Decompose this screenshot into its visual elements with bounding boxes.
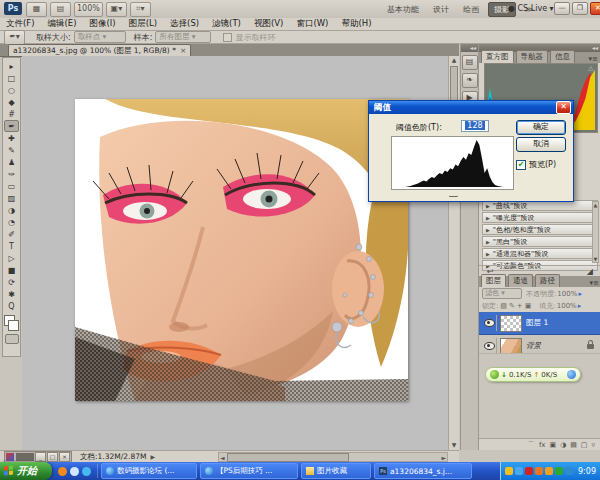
menu-item-8[interactable]: 帮助(H) — [341, 18, 371, 30]
quick-mask-button[interactable] — [5, 334, 19, 344]
visibility-eye-icon[interactable] — [484, 319, 495, 327]
horizontal-scrollbar[interactable]: ◄ ► — [218, 452, 448, 462]
tray-qq-icon[interactable] — [515, 467, 523, 475]
document-tab[interactable]: a13206834_s.jpg @ 100% (图层 1, RGB/8) * × — [8, 44, 191, 56]
delete-layer-icon[interactable]: ▿ — [591, 441, 595, 449]
arrange-documents-icon[interactable]: ▣▾ — [106, 2, 127, 17]
portrait-image[interactable] — [75, 99, 408, 401]
pen-tool[interactable]: ✐ — [4, 228, 19, 240]
quicklaunch-desktop-icon[interactable] — [70, 467, 79, 476]
tab-histogram-menu-icon[interactable]: ▾≡ — [589, 55, 600, 63]
menu-item-0[interactable]: 文件(F) — [6, 18, 35, 30]
cs-live-button[interactable]: ● CS Live ▾ — [508, 2, 554, 14]
layer-thumbnail[interactable] — [500, 338, 522, 355]
sample-select[interactable]: 所有图层 ▾ — [155, 31, 211, 43]
refresh-icon[interactable] — [567, 370, 576, 379]
preset-item-4[interactable]: ▶"通道混和器"预设 — [482, 248, 598, 259]
preset-expand-icon[interactable]: ▶ — [486, 251, 490, 257]
opacity-value[interactable]: 100% — [557, 290, 577, 298]
collapsed-panel-styles[interactable]: ❧ — [462, 73, 478, 88]
marquee-tool[interactable]: □ — [4, 72, 19, 84]
minimize-button[interactable]: — — [554, 2, 570, 15]
tray-kugou-icon[interactable] — [525, 467, 533, 475]
eyedropper-tool[interactable]: ✒ — [4, 120, 19, 132]
lock-image-icon[interactable]: ✎ — [509, 302, 515, 310]
status-expand-icon[interactable]: ▶ — [150, 453, 155, 460]
preview-checkbox[interactable]: ✔ — [516, 160, 526, 170]
view-extras-icon[interactable]: ▤ — [50, 2, 71, 17]
menu-item-3[interactable]: 图层(L) — [129, 18, 157, 30]
presets-scroll-down-icon[interactable]: ▼ — [593, 256, 598, 262]
path-selection-tool[interactable]: ▷ — [4, 252, 19, 264]
lasso-tool[interactable]: ○ — [4, 84, 19, 96]
minimized-document-window[interactable]: _ □ × — [4, 451, 72, 463]
visibility-eye-icon[interactable] — [484, 342, 495, 350]
zoom-tool[interactable]: Q — [4, 300, 19, 312]
task-button-0[interactable]: 数码摄影论坛 (... — [101, 463, 197, 479]
preview-option[interactable]: ✔ 预览(P) — [516, 159, 556, 170]
chip-restore-button[interactable]: □ — [47, 452, 58, 462]
new-layer-icon[interactable]: ▢ — [581, 441, 588, 449]
cancel-button[interactable]: 取消 — [516, 137, 566, 152]
preset-expand-icon[interactable]: ▶ — [486, 227, 490, 233]
tab-histogram-2[interactable]: 信息 — [550, 50, 575, 63]
tab-histogram-0[interactable]: 直方图 — [481, 50, 514, 63]
preset-expand-icon[interactable]: ▶ — [486, 239, 490, 245]
lock-transparent-icon[interactable]: ▨ — [500, 302, 507, 310]
workspace-2[interactable]: 绘画 — [458, 3, 484, 16]
dodge-tool[interactable]: ◔ — [4, 216, 19, 228]
menu-item-1[interactable]: 编辑(E) — [48, 18, 77, 30]
history-brush-tool[interactable]: ✑ — [4, 168, 19, 180]
blur-tool[interactable]: ◑ — [4, 204, 19, 216]
preset-item-1[interactable]: ▶"曝光度"预设 — [482, 212, 598, 223]
layer-group-icon[interactable]: ▤ — [570, 441, 577, 449]
dialog-title-bar[interactable]: 阈值 ✕ — [369, 101, 573, 114]
tab-layers-1[interactable]: 通道 — [508, 274, 533, 287]
blend-mode-select[interactable]: 滤色 ▾ — [482, 288, 522, 299]
fill-value[interactable]: 100% — [557, 302, 577, 310]
tab-layers-menu-icon[interactable]: ▾≡ — [590, 279, 600, 287]
task-button-3[interactable]: Psa13206834_s.j... — [374, 463, 472, 479]
ok-button[interactable]: 确定 — [516, 120, 566, 135]
healing-brush-tool[interactable]: ✚ — [4, 132, 19, 144]
layer-thumbnail[interactable] — [500, 315, 522, 332]
cached-data-warning-icon[interactable]: ⚠ — [588, 65, 594, 73]
preset-item-3[interactable]: ▶"黑白"预设 — [482, 236, 598, 247]
brush-tool[interactable]: ✎ — [4, 144, 19, 156]
hand-tool[interactable]: ✱ — [4, 288, 19, 300]
menu-item-7[interactable]: 窗口(W) — [296, 18, 328, 30]
opacity-expand-icon[interactable]: ▸ — [578, 290, 582, 298]
menu-item-6[interactable]: 视图(V) — [254, 18, 283, 30]
preset-expand-icon[interactable]: ▶ — [486, 203, 490, 209]
start-button[interactable]: 开始 — [0, 462, 52, 480]
expand-panel-icon[interactable]: ◢ — [587, 267, 593, 276]
menu-item-2[interactable]: 图像(I) — [90, 18, 116, 30]
dialog-close-icon[interactable]: ✕ — [556, 101, 571, 114]
gradient-tool[interactable]: ▨ — [4, 192, 19, 204]
quicklaunch-browser-icon[interactable] — [58, 467, 67, 476]
task-button-2[interactable]: 图片收藏 — [301, 463, 371, 479]
eraser-tool[interactable]: ▭ — [4, 180, 19, 192]
scroll-left-icon[interactable]: ◄ — [220, 454, 225, 461]
tab-layers-0[interactable]: 图层 — [481, 274, 506, 287]
show-ring-checkbox[interactable] — [223, 33, 232, 42]
presets-scroll-up-icon[interactable]: ▲ — [593, 202, 598, 208]
task-button-1[interactable]: 【PS后期技巧 ... — [200, 463, 298, 479]
workspace-1[interactable]: 设计 — [428, 3, 454, 16]
zoom-level-box[interactable]: 100% — [74, 2, 103, 17]
tray-player-icon[interactable] — [545, 467, 553, 475]
tray-messenger-icon[interactable] — [505, 467, 513, 475]
close-button[interactable]: ✕ — [590, 2, 600, 15]
quick-selection-tool[interactable]: ◆ — [4, 96, 19, 108]
menu-item-5[interactable]: 滤镜(T) — [212, 18, 241, 30]
quicklaunch-ie-icon[interactable] — [82, 467, 91, 476]
lock-all-icon[interactable]: ▣ — [525, 302, 532, 310]
screen-mode-icon[interactable]: ⌗▾ — [130, 2, 151, 17]
scroll-down-icon[interactable]: ▼ — [449, 441, 459, 450]
background-color-swatch[interactable] — [8, 320, 19, 331]
tab-layers-2[interactable]: 路径 — [535, 274, 560, 287]
lock-position-icon[interactable]: + — [517, 302, 523, 310]
fill-expand-icon[interactable]: ▸ — [578, 302, 582, 310]
tab-histogram-1[interactable]: 导航器 — [516, 50, 549, 63]
bridge-icon[interactable]: ▦ — [26, 2, 47, 17]
